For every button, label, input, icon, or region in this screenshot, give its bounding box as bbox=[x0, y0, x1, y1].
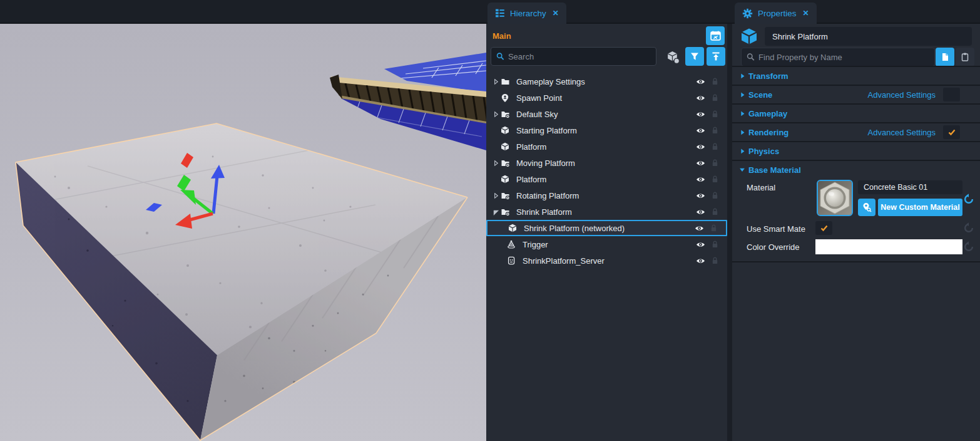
lock-icon[interactable] bbox=[709, 191, 721, 200]
caret-right-icon[interactable] bbox=[491, 78, 501, 86]
caret-right-icon[interactable] bbox=[491, 159, 501, 167]
tab-hierarchy[interactable]: Hierarchy ✕ bbox=[487, 3, 566, 24]
tab-hierarchy-label: Hierarchy bbox=[510, 9, 546, 18]
eye-icon[interactable] bbox=[695, 143, 707, 151]
reset-use-smart-button[interactable] bbox=[963, 222, 974, 234]
lock-icon[interactable] bbox=[709, 175, 721, 184]
eye-icon[interactable] bbox=[693, 224, 705, 232]
tab-properties[interactable]: Properties ✕ bbox=[735, 3, 817, 24]
tree-row-spawn-point[interactable]: Spawn Point bbox=[486, 90, 727, 106]
tree-row-default-sky[interactable]: Default Sky bbox=[486, 106, 727, 122]
tree-row-starting-platform[interactable]: Starting Platform bbox=[486, 122, 727, 138]
object-name-field[interactable] bbox=[765, 27, 972, 46]
advanced-settings-label: Advanced Settings bbox=[868, 128, 936, 137]
lock-icon[interactable] bbox=[709, 207, 721, 216]
trigger-icon bbox=[507, 240, 517, 249]
close-icon[interactable]: ✕ bbox=[551, 9, 559, 18]
folder-gear-icon bbox=[501, 191, 511, 200]
eye-icon[interactable] bbox=[695, 208, 707, 216]
tree-row-label: Shrink Platform bbox=[516, 207, 692, 217]
paste-properties-button[interactable] bbox=[956, 48, 974, 66]
eye-icon[interactable] bbox=[695, 94, 707, 102]
tree-row-label: ShrinkPlatform_Server bbox=[523, 256, 692, 266]
upload-button[interactable] bbox=[707, 47, 725, 66]
property-sections: Transform Scene Advanced Settings Gamepl… bbox=[732, 66, 980, 179]
tree-row-trigger[interactable]: Trigger bbox=[486, 236, 727, 252]
caret-right-icon bbox=[737, 128, 747, 136]
tree-row-gameplay-settings[interactable]: Gameplay Settings bbox=[486, 73, 727, 90]
hierarchy-list-icon bbox=[495, 8, 505, 18]
advanced-settings-label: Advanced Settings bbox=[868, 90, 936, 100]
tree-row-label: Moving Platform bbox=[516, 158, 692, 168]
locate-material-button[interactable] bbox=[858, 199, 875, 216]
lock-icon[interactable] bbox=[708, 224, 720, 232]
script-icon bbox=[507, 256, 517, 265]
eye-icon[interactable] bbox=[695, 257, 707, 265]
advanced-settings-checkbox[interactable] bbox=[943, 125, 960, 139]
tree-row-rotating-platform[interactable]: Rotating Platform bbox=[486, 187, 727, 204]
material-name: Concrete Basic 01 bbox=[858, 180, 962, 194]
lock-icon[interactable] bbox=[709, 256, 721, 265]
eye-icon[interactable] bbox=[695, 192, 707, 200]
section-physics[interactable]: Physics bbox=[732, 141, 980, 160]
section-transform[interactable]: Transform bbox=[732, 66, 980, 85]
caret-expanded-icon[interactable] bbox=[491, 208, 501, 216]
viewport-3d[interactable] bbox=[0, 24, 486, 441]
tree-row-shrinkplatform-server[interactable]: ShrinkPlatform_Server bbox=[486, 252, 727, 269]
new-custom-material-button[interactable]: New Custom Material bbox=[878, 199, 962, 216]
lock-icon[interactable] bbox=[709, 110, 721, 118]
material-label: Material bbox=[747, 183, 775, 192]
reset-color-override-button[interactable] bbox=[963, 241, 974, 252]
lock-icon[interactable] bbox=[709, 77, 721, 86]
material-thumbnail[interactable] bbox=[817, 180, 853, 216]
section-scene[interactable]: Scene Advanced Settings bbox=[732, 85, 980, 103]
tree-row-shrink-platform[interactable]: Shrink Platform bbox=[486, 204, 727, 220]
reset-icon bbox=[963, 222, 974, 234]
section-rendering[interactable]: Rendering Advanced Settings bbox=[732, 122, 980, 141]
hierarchy-search[interactable] bbox=[491, 47, 656, 66]
eye-icon[interactable] bbox=[695, 110, 707, 118]
hierarchy-tree: Gameplay Settings Spawn Point Default Sk… bbox=[486, 73, 727, 269]
close-icon[interactable]: ✕ bbox=[802, 9, 809, 18]
tree-row-label: Gameplay Settings bbox=[516, 77, 692, 86]
hierarchy-root-label: Main bbox=[493, 31, 511, 41]
caret-right-icon bbox=[737, 147, 747, 155]
property-search-input[interactable] bbox=[758, 53, 929, 62]
copy-properties-button[interactable] bbox=[936, 48, 954, 66]
eye-icon[interactable] bbox=[695, 78, 707, 86]
search-icon bbox=[747, 53, 755, 61]
concrete-material-preview bbox=[818, 181, 852, 215]
section-base-material[interactable]: Base Material bbox=[732, 160, 980, 179]
eye-icon[interactable] bbox=[695, 127, 707, 135]
asset-cube-toggle[interactable] bbox=[666, 50, 680, 67]
hierarchy-search-input[interactable] bbox=[508, 52, 651, 61]
caret-right-icon[interactable] bbox=[491, 192, 501, 200]
color-override-swatch[interactable] bbox=[815, 239, 962, 254]
tree-row-platform-2[interactable]: Platform bbox=[486, 171, 727, 187]
reset-material-button[interactable] bbox=[963, 194, 974, 205]
eye-icon[interactable] bbox=[695, 241, 707, 249]
base-material-content: Material Concrete Basic 01 bbox=[732, 179, 980, 263]
lock-icon[interactable] bbox=[709, 158, 721, 167]
pin-search-icon bbox=[862, 202, 872, 212]
lock-icon[interactable] bbox=[709, 126, 721, 135]
editor-window: { "close_glyph": "✕", "hierarchy": { "ta… bbox=[0, 0, 980, 441]
lock-icon[interactable] bbox=[709, 142, 721, 151]
tree-row-moving-platform[interactable]: Moving Platform bbox=[486, 155, 727, 171]
use-smart-checkbox[interactable] bbox=[815, 221, 832, 235]
world-events-button[interactable] bbox=[706, 26, 725, 45]
filter-button[interactable] bbox=[685, 47, 704, 66]
section-gameplay[interactable]: Gameplay bbox=[732, 103, 980, 122]
tree-row-label: Trigger bbox=[523, 240, 692, 249]
property-search[interactable] bbox=[741, 48, 935, 66]
tree-row-platform[interactable]: Platform bbox=[486, 138, 727, 155]
tree-row-shrink-platform-networked[interactable]: Shrink Platform (networked) bbox=[486, 220, 727, 236]
tree-row-label: Platform bbox=[516, 175, 692, 184]
advanced-settings-checkbox[interactable] bbox=[943, 88, 960, 101]
eye-icon[interactable] bbox=[695, 159, 707, 167]
eye-icon[interactable] bbox=[695, 175, 707, 184]
section-label: Scene bbox=[748, 90, 868, 100]
lock-icon[interactable] bbox=[709, 240, 721, 249]
lock-icon[interactable] bbox=[709, 93, 721, 102]
caret-right-icon[interactable] bbox=[491, 110, 501, 118]
